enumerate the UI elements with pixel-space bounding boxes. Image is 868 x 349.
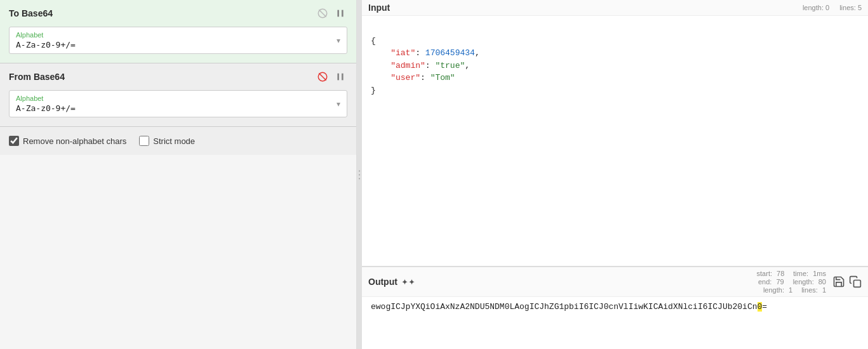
strict-mode-checkbox-item[interactable]: Strict mode [139,136,195,146]
svg-line-5 [319,73,326,80]
input-header: Input length: 0 lines: 5 [362,0,868,16]
remove-non-alphabet-checkbox-item[interactable]: Remove non-alphabet chars [9,136,126,146]
svg-rect-3 [342,10,344,17]
output-time-meta: time: 1ms [793,270,826,277]
input-title: Input [368,3,390,13]
output-meta-row-3: length: 1 lines: 1 [763,286,826,294]
output-length-top-meta: length: 80 [793,278,826,286]
panel-divider[interactable]: · · · [357,0,362,349]
input-meta: length: 0 lines: 5 [803,4,862,11]
output-title: Output [368,277,397,287]
svg-rect-8 [854,280,861,287]
to-base64-header: To Base64 [9,6,347,20]
copy-button[interactable] [849,275,862,288]
input-code-area[interactable]: { "iat": 1706459434, "admin": "true", "u… [362,16,868,266]
svg-line-1 [319,10,326,16]
from-base64-header: From Base64 [9,70,347,84]
from-base64-alphabet-dropdown[interactable]: Alphabet A-Za-z0-9+/= ▾ [9,90,347,117]
output-meta-row-2: end: 79 length: 80 [758,278,826,286]
from-base64-section: From Base64 Alphabet [0,63,356,127]
to-base64-actions [316,6,347,20]
to-base64-chevron-down-icon: ▾ [337,36,340,45]
output-actions [832,275,862,288]
left-panel: To Base64 Alphabet A- [0,0,357,349]
from-base64-chevron-down-icon: ▾ [337,100,340,109]
to-base64-alphabet-value: A-Za-z0-9+/= [16,40,76,49]
output-header: Output ✦✦ start: 78 time: 1ms [362,267,868,297]
input-length-meta: length: 0 [803,4,829,11]
output-highlighted-char: 0 [758,302,763,312]
from-base64-alphabet-value: A-Za-z0-9+/= [16,103,76,113]
svg-rect-2 [337,10,339,17]
output-title-row: Output ✦✦ [368,277,415,287]
to-base64-alphabet-dropdown[interactable]: Alphabet A-Za-z0-9+/= ▾ [9,27,347,54]
from-base64-pause-btn[interactable] [333,70,347,84]
output-meta: start: 78 time: 1ms end: 79 [757,270,826,294]
remove-non-alphabet-label: Remove non-alphabet chars [23,136,126,146]
remove-non-alphabet-checkbox[interactable] [9,136,19,146]
from-base64-title: From Base64 [9,72,65,82]
right-panel: Input length: 0 lines: 5 { "iat": 170645… [362,0,868,349]
output-section: Output ✦✦ start: 78 time: 1ms [362,267,868,349]
save-button[interactable] [832,275,845,288]
to-base64-pause-btn[interactable] [333,6,347,20]
to-base64-disable-btn[interactable] [316,6,330,20]
output-meta-row-1: start: 78 time: 1ms [757,270,826,277]
strict-mode-checkbox[interactable] [139,136,149,146]
checkbox-row: Remove non-alphabet chars Strict mode [0,127,356,155]
from-base64-actions [316,70,347,84]
output-length2-meta: length: 1 [763,286,792,294]
to-base64-section: To Base64 Alphabet A- [0,0,356,63]
input-lines-meta: lines: 5 [839,4,862,11]
svg-rect-6 [337,74,339,81]
output-end-meta: end: 79 [758,278,784,286]
to-base64-alphabet-label: Alphabet [16,31,76,39]
svg-rect-7 [342,74,344,81]
output-text: ewogICJpYXQiOiAxNzA2NDU5NDM0LAogICJhZG1p… [371,302,767,312]
strict-mode-label: Strict mode [153,136,195,146]
from-base64-disable-btn[interactable] [316,70,330,84]
output-start-meta: start: 78 [757,270,785,277]
output-right: start: 78 time: 1ms end: 79 [757,270,862,294]
from-base64-alphabet-label: Alphabet [16,95,76,102]
input-section: Input length: 0 lines: 5 { "iat": 170645… [362,0,868,267]
to-base64-title: To Base64 [9,8,53,18]
wand-icon[interactable]: ✦✦ [401,277,415,287]
output-lines-meta: lines: 1 [801,286,826,294]
output-content: ewogICJpYXQiOiAxNzA2NDU5NDM0LAogICJhZG1p… [362,297,868,349]
